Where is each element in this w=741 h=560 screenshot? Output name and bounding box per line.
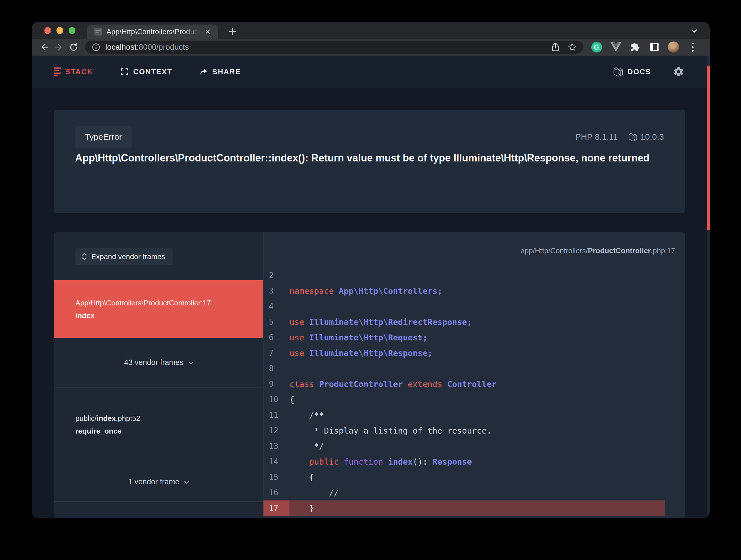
bookmark-star-icon[interactable] xyxy=(567,42,577,52)
browser-tab[interactable]: App\Http\Controllers\ProductC xyxy=(87,24,218,39)
docs-link[interactable]: DOCS xyxy=(613,67,651,77)
grammarly-extension-icon[interactable]: G xyxy=(591,41,603,53)
code-text: * Display a listing of the resource. xyxy=(289,423,665,438)
chevron-down-icon xyxy=(188,360,193,365)
code-text: namespace App\Http\Controllers; xyxy=(289,283,665,299)
line-number: 4 xyxy=(264,299,289,314)
window-controls xyxy=(44,22,75,39)
code-line: 3namespace App\Http\Controllers; xyxy=(264,283,665,299)
new-tab-button[interactable] xyxy=(226,25,239,38)
code-line: 5use Illuminate\Http\RedirectResponse; xyxy=(264,314,665,330)
laravel-logo-icon xyxy=(628,132,637,141)
line-number: 16 xyxy=(264,485,289,500)
code-line: 7use Illuminate\Http\Response; xyxy=(264,345,665,361)
code-text: public function index(): Response xyxy=(289,454,665,469)
tab-context[interactable]: CONTEXT xyxy=(120,67,172,76)
laravel-version: 10.0.3 xyxy=(628,132,664,142)
code-panel: app/Http/Controllers/ProductController.p… xyxy=(264,232,685,518)
code-text: // xyxy=(289,485,665,500)
browser-toolbar: localhost:8000/products G xyxy=(32,39,710,56)
exception-type-badge: TypeError xyxy=(75,126,132,148)
line-number: 7 xyxy=(264,345,289,361)
code-editor[interactable]: 23namespace App\Http\Controllers;45use I… xyxy=(264,268,685,516)
line-number: 17 xyxy=(264,500,289,516)
code-line: 6use Illuminate\Http\Request; xyxy=(264,330,665,345)
context-frame-icon xyxy=(120,67,129,76)
chevron-down-icon xyxy=(184,479,189,484)
browser-window: App\Http\Controllers\ProductC localhost:… xyxy=(32,22,710,518)
code-line: 10{ xyxy=(264,392,665,407)
scrollbar-thumb[interactable] xyxy=(707,66,710,230)
sidebar-extension-icon[interactable] xyxy=(648,41,661,53)
code-text: /** xyxy=(289,407,665,423)
tab-title: App\Http\Controllers\ProductC xyxy=(107,27,200,36)
line-number: 14 xyxy=(264,454,289,469)
zoom-window-button[interactable] xyxy=(69,27,75,34)
line-number: 5 xyxy=(264,314,289,330)
vue-devtools-icon[interactable] xyxy=(610,41,622,53)
stack-icon xyxy=(54,67,61,76)
close-window-button[interactable] xyxy=(44,27,51,34)
tab-strip: App\Http\Controllers\ProductC xyxy=(32,22,710,39)
code-line: 9class ProductController extends Control… xyxy=(264,376,665,392)
url-host: localhost xyxy=(105,43,137,51)
code-text: { xyxy=(289,469,665,485)
minimize-window-button[interactable] xyxy=(57,27,63,34)
page-scrollbar[interactable] xyxy=(707,56,710,518)
line-number: 8 xyxy=(264,361,289,376)
stack-frames-list: App\Http\Controllers\ProductController:1… xyxy=(54,280,263,502)
code-text: { xyxy=(289,392,665,407)
expand-vendor-frames-button[interactable]: Expand vendor frames xyxy=(75,248,173,265)
tab-close-icon[interactable] xyxy=(203,27,213,37)
forward-button[interactable] xyxy=(52,40,66,55)
code-line: 8 xyxy=(264,361,665,376)
tab-favicon xyxy=(94,28,102,36)
code-line: 12 * Display a listing of the resource. xyxy=(264,423,665,438)
laravel-logo-icon xyxy=(613,67,623,77)
code-line: 4 xyxy=(264,299,665,314)
code-text xyxy=(289,268,665,283)
line-number: 6 xyxy=(264,330,289,345)
share-button[interactable]: SHARE xyxy=(199,67,241,76)
stack-frame[interactable]: public/index.php:52require_once xyxy=(54,388,263,462)
line-number: 12 xyxy=(264,423,289,438)
stack-frame-active[interactable]: App\Http\Controllers\ProductController:1… xyxy=(54,280,263,338)
error-message: App\Http\Controllers\ProductController::… xyxy=(75,150,668,166)
error-summary-card: TypeError PHP 8.1.11 10.0.3 App\Http\Con… xyxy=(54,110,685,213)
code-text: } xyxy=(289,500,665,516)
url-path: :8000/products xyxy=(137,43,189,51)
stack-frames-sidebar: Expand vendor frames App\Http\Controller… xyxy=(54,232,264,518)
share-page-icon[interactable] xyxy=(551,42,560,52)
code-line: 16 // xyxy=(264,485,665,500)
php-version: PHP 8.1.11 xyxy=(575,132,618,142)
url-text: localhost:8000/products xyxy=(105,43,189,52)
reload-button[interactable] xyxy=(66,40,81,55)
code-line: 2 xyxy=(264,268,665,283)
back-button[interactable] xyxy=(37,40,52,55)
tab-search-chevron-icon[interactable] xyxy=(688,25,700,37)
code-text: */ xyxy=(289,438,665,454)
share-arrow-icon xyxy=(199,68,208,76)
line-number: 10 xyxy=(264,392,289,407)
settings-gear-icon[interactable] xyxy=(673,66,684,77)
line-number: 13 xyxy=(264,438,289,454)
site-info-icon[interactable] xyxy=(91,42,101,52)
url-bar[interactable]: localhost:8000/products xyxy=(85,41,583,54)
vendor-frames-toggle[interactable]: 1 vendor frame xyxy=(54,462,263,502)
tab-stack[interactable]: STACK xyxy=(54,67,93,76)
vendor-frames-toggle[interactable]: 43 vendor frames xyxy=(54,338,263,388)
code-line: 15 { xyxy=(264,469,665,485)
extensions-puzzle-icon[interactable] xyxy=(629,41,641,53)
code-line-highlighted: 17 } xyxy=(264,500,665,516)
browser-menu-icon[interactable] xyxy=(686,41,699,53)
code-text xyxy=(289,361,665,376)
code-line: 11 /** xyxy=(264,407,665,423)
line-number: 2 xyxy=(264,268,289,283)
stack-trace-card: Expand vendor frames App\Http\Controller… xyxy=(54,232,685,518)
extensions-row: G xyxy=(591,41,699,53)
version-info: PHP 8.1.11 10.0.3 xyxy=(575,132,664,142)
code-line: 14 public function index(): Response xyxy=(264,454,665,469)
ignition-error-page: STACK CONTEXT SHARE DOCS xyxy=(32,56,710,518)
profile-avatar[interactable] xyxy=(667,41,680,53)
code-line: 13 */ xyxy=(264,438,665,454)
